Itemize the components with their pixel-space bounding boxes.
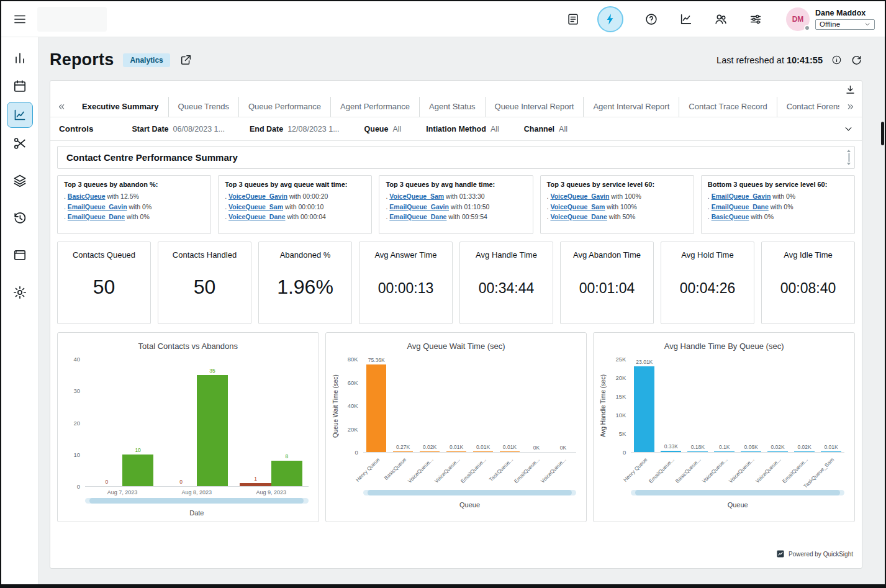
refresh-icon[interactable] [851, 54, 862, 66]
bar-aug-7-2023-contacts[interactable] [122, 455, 153, 486]
chart-scrollbar[interactable] [631, 490, 844, 495]
controls-collapse-chevron-icon[interactable] [844, 124, 853, 133]
queue-link[interactable]: VoiceQueue_Gavin [550, 192, 609, 200]
chart-scrollbar-thumb[interactable] [368, 490, 572, 495]
sidebar-item-routing-scissors-icon[interactable] [7, 130, 33, 156]
charts-row: Total Contacts vs Abandons40302010000110… [57, 332, 855, 522]
bar-voicequeue-avg-handle-time[interactable] [714, 451, 735, 452]
kpi-avg-abandon-time: Avg Abandon Time00:01:04 [560, 242, 654, 324]
summary-scrollbar[interactable] [846, 150, 851, 165]
bar-voicequeue-queue-wait-time[interactable] [420, 451, 440, 452]
chart-scrollbar-thumb[interactable] [635, 490, 840, 495]
status-dot [804, 25, 810, 31]
bar-voicequeue-queue-wait-time[interactable] [446, 451, 467, 452]
bar-voicequeue-avg-handle-time[interactable] [767, 451, 788, 452]
sidebar-item-history-icon[interactable] [7, 205, 33, 231]
chart-scrollbar[interactable] [363, 490, 577, 495]
bar-aug-9-2023-contacts[interactable] [271, 461, 302, 486]
filter-end-date[interactable]: End Date12/08/2023 1... [250, 125, 340, 133]
queue-link[interactable]: EmailQueue_Gavin [389, 203, 449, 210]
queue-link[interactable]: EmailQueue_Gavin [68, 203, 127, 210]
chart-scrollbar[interactable] [85, 498, 309, 504]
window-scrollbar-thumb[interactable] [881, 122, 884, 145]
sidebar-item-calendar-icon[interactable] [7, 73, 33, 99]
sidebar-item-bar-chart-icon[interactable] [7, 45, 33, 71]
filter-label: Intiation Method [426, 125, 486, 133]
tab-contact-forensics[interactable]: Contact Forensics [777, 97, 839, 117]
filter-queue[interactable]: QueueAll [364, 125, 402, 133]
scroll-down-icon[interactable] [847, 163, 851, 165]
queue-link[interactable]: BasicQueue [712, 213, 749, 220]
plot-area[interactable]: 75.36K0.27K0.02K0.01K0.01K0.01K0K0K [363, 360, 577, 453]
kpi-contacts-queued: Contacts Queued50 [57, 242, 151, 324]
tab-queue-interval-report[interactable]: Queue Interval Report [485, 97, 584, 117]
quick-setup-bolt-icon[interactable] [597, 6, 623, 32]
sidebar-item-gear-icon[interactable] [7, 279, 33, 305]
scroll-up-icon[interactable] [847, 150, 851, 152]
tab-queue-trends[interactable]: Queue Trends [168, 97, 238, 117]
settings-sliders-icon[interactable] [749, 12, 762, 26]
metrics-icon[interactable] [679, 12, 693, 26]
queue-link[interactable]: VoiceQueue_Sam [389, 192, 444, 200]
sidebar-item-layers-icon[interactable] [7, 168, 33, 194]
bar-taskqueue-queue-wait-time[interactable] [500, 451, 520, 452]
last-refreshed-label: Last refreshed at [716, 55, 784, 65]
tab-contact-trace-record[interactable]: Contact Trace Record [679, 97, 776, 117]
notes-icon[interactable] [566, 12, 580, 26]
tab-agent-performance[interactable]: Agent Performance [330, 97, 419, 117]
scrollbar-thumb[interactable] [848, 153, 850, 162]
insight-item: . VoiceQueue_Dane with 00:00:04 [225, 212, 365, 222]
bar-aug-8-2023-contacts[interactable] [197, 375, 228, 486]
quicksight-logo-icon [776, 550, 785, 558]
queue-link[interactable]: VoiceQueue_Dane [228, 213, 285, 220]
x-tick-label: TaskQueue... [488, 456, 514, 482]
info-icon[interactable] [831, 55, 842, 65]
bar-basicqueue-avg-handle-time[interactable] [687, 451, 708, 452]
help-icon[interactable] [644, 12, 658, 26]
menu-icon[interactable] [12, 12, 27, 27]
queue-link[interactable]: VoiceQueue_Sam [228, 203, 283, 210]
bar-henry-queue-queue-wait-time[interactable] [366, 364, 387, 452]
bar-taskqueue-sam-avg-handle-time[interactable] [821, 451, 841, 452]
kpi-value: 50 [93, 276, 115, 299]
queue-link[interactable]: EmailQueue_Dane [712, 203, 769, 210]
filter-start-date[interactable]: Start Date06/08/2023 1... [132, 125, 225, 133]
open-external-icon[interactable] [179, 53, 192, 66]
chart-title: Avg Handle Time By Queue (sec) [600, 339, 848, 360]
status-select[interactable]: Offline [815, 19, 875, 30]
chart-scrollbar-thumb[interactable] [89, 498, 304, 504]
plot-area[interactable]: 23.01K0.33K0.18K0.1K0.06K0.02K0.02K0.01K [631, 360, 844, 453]
filter-channel[interactable]: ChannelAll [524, 125, 567, 133]
queue-link[interactable]: VoiceQueue_Gavin [228, 192, 287, 200]
queue-link[interactable]: EmailQueue_Gavin [712, 192, 771, 200]
bar-voicequeue-avg-handle-time[interactable] [741, 451, 761, 452]
bar-aug-9-2023-abandons[interactable] [240, 483, 271, 486]
kpi-avg-idle-time: Avg Idle Time00:08:40 [761, 242, 855, 324]
sidebar-item-analytics-line-chart-icon[interactable] [7, 102, 33, 128]
bar-emailqueue-queue-wait-time[interactable] [473, 451, 494, 452]
dashboard-toolbar [50, 81, 862, 97]
y-tick-label: 25K [615, 356, 626, 363]
avatar[interactable]: DM [786, 7, 810, 31]
tabs-scroll-left-icon[interactable] [50, 97, 73, 117]
queue-link[interactable]: EmailQueue_Dane [389, 213, 446, 220]
tabs-scroll-right-icon[interactable] [839, 97, 862, 117]
bar-emailqueue-avg-handle-time[interactable] [794, 451, 815, 452]
tab-agent-interval-report[interactable]: Agent Interval Report [583, 97, 679, 117]
queue-link[interactable]: BasicQueue [68, 192, 106, 200]
plot-area[interactable]: 00110358 [85, 360, 309, 487]
queue-link[interactable]: EmailQueue_Dane [68, 213, 125, 220]
users-icon[interactable] [714, 12, 728, 26]
sidebar-item-window-icon[interactable] [7, 242, 33, 268]
tab-executive-summary[interactable]: Executive Summary [73, 97, 168, 117]
queue-link[interactable]: VoiceQueue_Dane [550, 213, 607, 220]
download-icon[interactable] [844, 84, 856, 96]
bar-henry-queue-avg-handle-time[interactable] [634, 366, 654, 452]
tab-queue-performance[interactable]: Queue Performance [238, 97, 330, 117]
filter-intiation-method[interactable]: Intiation MethodAll [426, 125, 499, 133]
tab-agent-status[interactable]: Agent Status [419, 97, 484, 117]
bar-emailqueue-avg-handle-time[interactable] [661, 451, 681, 452]
queue-link[interactable]: VoiceQueue_Sam [550, 203, 605, 210]
bar-basicqueue-queue-wait-time[interactable] [393, 451, 414, 452]
x-tick-label: Aug 8, 2023 [182, 489, 212, 495]
